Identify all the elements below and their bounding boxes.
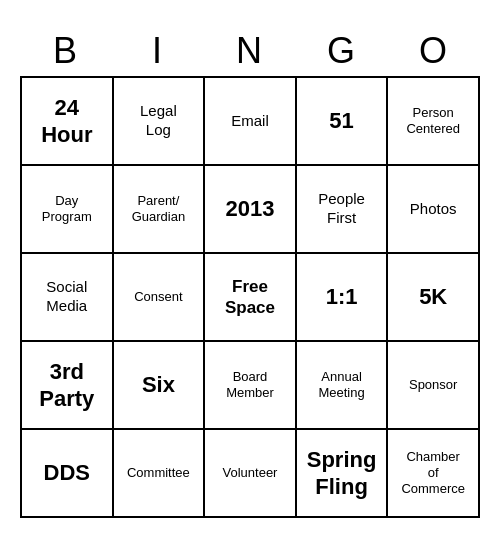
bingo-cell: ChamberofCommerce [388, 430, 480, 518]
header-letter: G [296, 26, 388, 76]
bingo-cell: 2013 [205, 166, 297, 254]
bingo-cell: Consent [114, 254, 206, 342]
bingo-cell: 51 [297, 78, 389, 166]
bingo-cell: SocialMedia [22, 254, 114, 342]
bingo-cell: Email [205, 78, 297, 166]
bingo-cell: DayProgram [22, 166, 114, 254]
bingo-cell: 3rdParty [22, 342, 114, 430]
bingo-cell: BoardMember [205, 342, 297, 430]
header-letter: I [112, 26, 204, 76]
bingo-cell: DDS [22, 430, 114, 518]
bingo-cell: Parent/Guardian [114, 166, 206, 254]
bingo-cell: Photos [388, 166, 480, 254]
bingo-cell: FreeSpace [205, 254, 297, 342]
bingo-cell: Sponsor [388, 342, 480, 430]
bingo-cell: 5K [388, 254, 480, 342]
bingo-cell: LegalLog [114, 78, 206, 166]
bingo-card: BINGO 24HourLegalLogEmail51PersonCentere… [20, 26, 480, 518]
bingo-header: BINGO [20, 26, 480, 76]
bingo-cell: PersonCentered [388, 78, 480, 166]
bingo-cell: AnnualMeeting [297, 342, 389, 430]
bingo-cell: Volunteer [205, 430, 297, 518]
bingo-cell: Committee [114, 430, 206, 518]
bingo-grid: 24HourLegalLogEmail51PersonCenteredDayPr… [20, 76, 480, 518]
bingo-cell: PeopleFirst [297, 166, 389, 254]
bingo-cell: Six [114, 342, 206, 430]
bingo-cell: 24Hour [22, 78, 114, 166]
header-letter: N [204, 26, 296, 76]
bingo-cell: 1:1 [297, 254, 389, 342]
header-letter: O [388, 26, 480, 76]
header-letter: B [20, 26, 112, 76]
bingo-cell: SpringFling [297, 430, 389, 518]
